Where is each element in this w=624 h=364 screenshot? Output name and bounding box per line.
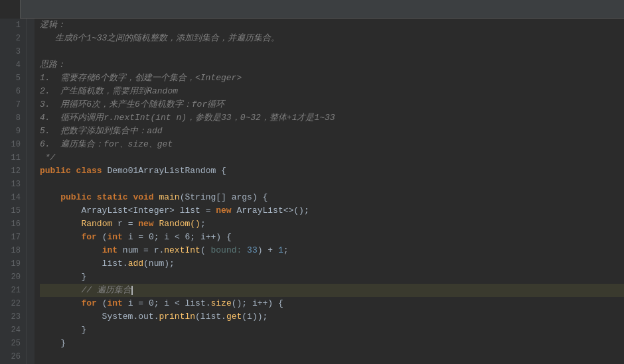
- token-kw: static: [97, 191, 133, 204]
- code-line: int num = r.nextInt( bound: 33) + 1;: [40, 244, 624, 257]
- code-line: 4. 循环内调用r.nextInt(int n)，参数是33，0~32，整体+1…: [40, 111, 624, 125]
- fold-gutter-line: [27, 19, 35, 32]
- code-line: 逻辑：: [40, 19, 624, 32]
- token-plain: ;: [200, 217, 206, 231]
- line-number: 7: [3, 98, 21, 111]
- code-line: 1. 需要存储6个数字，创建一个集合，<Integer>: [40, 72, 624, 85]
- token-plain: ;: [304, 204, 309, 217]
- code-line: [40, 350, 624, 363]
- token-plain: }: [40, 271, 86, 284]
- token-kw: void: [133, 191, 159, 204]
- token-kw: for: [81, 231, 102, 244]
- fold-gutter-line: [27, 244, 35, 257]
- token-plain: }: [40, 337, 66, 350]
- token-var: out: [138, 310, 153, 324]
- line-number: 9: [3, 125, 21, 138]
- fold-gutter: [27, 19, 35, 364]
- line-number: 2: [3, 32, 21, 45]
- line-number: 11: [3, 151, 21, 164]
- line-number: 15: [3, 204, 21, 217]
- code-line: 3. 用循环6次，来产生6个随机数字：for循环: [40, 98, 624, 111]
- token-method: nextInt: [164, 244, 200, 257]
- token-plain: list.: [40, 257, 128, 271]
- token-plain: [40, 178, 45, 191]
- token-plain: (: [102, 297, 108, 310]
- code-line: for (int i = 0; i < list.size(); i++) {: [40, 297, 624, 310]
- token-number: 1: [278, 244, 283, 257]
- token-plain: (num);: [143, 257, 175, 271]
- code-line: public class Demo01ArrayListRandom {: [40, 164, 624, 178]
- fold-gutter-line: [27, 32, 35, 45]
- fold-gutter-line: [27, 178, 35, 191]
- token-plain: (list.: [195, 310, 226, 324]
- token-plain: [40, 217, 81, 231]
- fold-gutter-line: [27, 151, 35, 164]
- token-plain: i = 0; i < list.: [128, 297, 211, 310]
- line-number: 12: [3, 164, 21, 178]
- fold-gutter-line: [27, 217, 35, 231]
- token-comment: 5. 把数字添加到集合中：add: [40, 125, 163, 138]
- line-number: 14: [3, 191, 21, 204]
- line-number: 16: [3, 217, 21, 231]
- code-line: }: [40, 324, 624, 337]
- fold-gutter-line: [27, 204, 35, 217]
- line-number: 8: [3, 111, 21, 125]
- token-comment: 思路：: [40, 58, 66, 72]
- token-plain: [40, 45, 45, 58]
- token-kw: new: [138, 217, 159, 231]
- token-plain: i = 0; i < 6; i++) {: [128, 231, 232, 244]
- token-comment: */: [40, 151, 55, 164]
- code-line: list.add(num);: [40, 257, 624, 271]
- token-kw: int: [107, 297, 127, 310]
- fold-gutter-line: [27, 164, 35, 178]
- code-line: 生成6个1~33之间的随机整数，添加到集合，并遍历集合。: [40, 32, 624, 45]
- fold-gutter-line: [27, 58, 35, 72]
- token-plain: {: [221, 164, 226, 178]
- active-tab[interactable]: [0, 0, 21, 19]
- line-number: 21: [3, 284, 21, 297]
- line-number: 24: [3, 324, 21, 337]
- code-line: // 遍历集合: [40, 284, 624, 297]
- code-line: public static void main(String[] args) {: [40, 191, 624, 204]
- code-line: 思路：: [40, 58, 624, 72]
- code-line: 2. 产生随机数，需要用到Random: [40, 85, 624, 98]
- line-number: 22: [3, 297, 21, 310]
- line-number: 20: [3, 271, 21, 284]
- token-comment: 生成6个1~33之间的随机整数，添加到集合，并遍历集合。: [40, 32, 279, 45]
- token-plain: r =: [112, 217, 138, 231]
- fold-gutter-line: [27, 72, 35, 85]
- token-kw: public: [60, 191, 97, 204]
- token-number: 33: [247, 244, 258, 257]
- token-method: get: [226, 310, 242, 324]
- line-number: 13: [3, 178, 21, 191]
- code-line: Random r = new Random();: [40, 217, 624, 231]
- fold-gutter-line: [27, 257, 35, 271]
- token-plain: (); i++) {: [232, 297, 283, 310]
- fold-gutter-line: [27, 98, 35, 111]
- token-plain: (String[] args) {: [180, 191, 268, 204]
- line-number: 17: [3, 231, 21, 244]
- fold-gutter-line: [27, 337, 35, 350]
- code-line: for (int i = 0; i < 6; i++) {: [40, 231, 624, 244]
- token-plain: (i));: [242, 310, 268, 324]
- token-kw: new: [216, 204, 236, 217]
- fold-gutter-line: [27, 85, 35, 98]
- token-plain: Demo01ArrayListRandom: [107, 164, 221, 178]
- token-plain: System.: [40, 310, 138, 324]
- token-comment: 4. 循环内调用r.nextInt(int n)，参数是33，0~32，整体+1…: [40, 111, 335, 125]
- token-kw: class: [76, 164, 108, 178]
- fold-gutter-line: [27, 231, 35, 244]
- line-number: 3: [3, 45, 21, 58]
- token-plain: [40, 350, 45, 363]
- token-plain: ;: [283, 244, 289, 257]
- fold-gutter-line: [27, 271, 35, 284]
- fold-gutter-line: [27, 297, 35, 310]
- line-number: 1: [3, 19, 21, 32]
- token-comment: 2. 产生随机数，需要用到Random: [40, 85, 178, 98]
- editor-container: 1234567891011121314151617181920212223242…: [0, 0, 624, 364]
- code-area[interactable]: 逻辑： 生成6个1~33之间的随机整数，添加到集合，并遍历集合。 思路：1. 需…: [35, 19, 624, 364]
- token-plain: (: [102, 231, 108, 244]
- token-param-hint: bound:: [206, 244, 247, 257]
- fold-gutter-line: [27, 350, 35, 363]
- fold-gutter-line: [27, 310, 35, 324]
